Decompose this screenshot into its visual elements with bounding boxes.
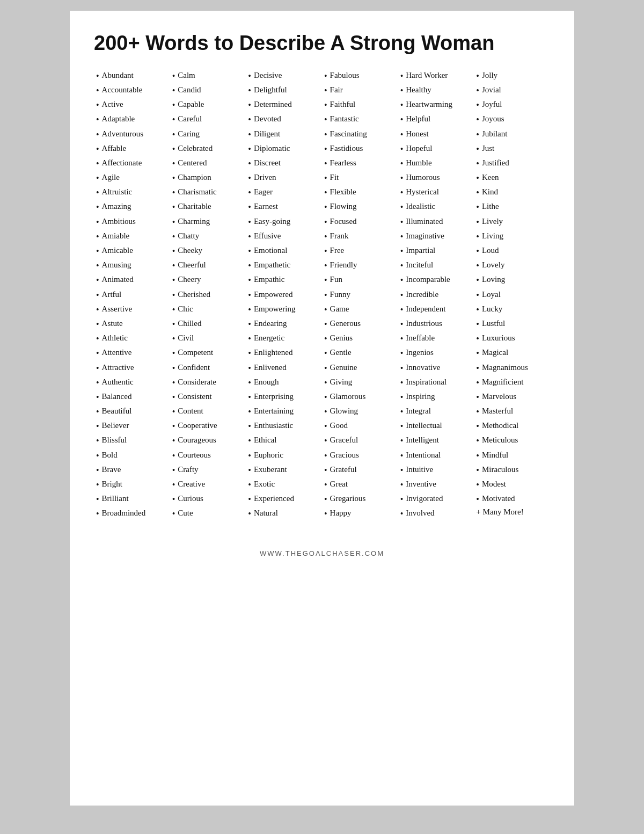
bullet-icon: • bbox=[476, 259, 479, 272]
bullet-icon: • bbox=[172, 245, 175, 257]
word-label: Masterful bbox=[482, 405, 513, 417]
bullet-icon: • bbox=[172, 289, 175, 301]
bullet-icon: • bbox=[400, 376, 404, 389]
list-item: •Devoted bbox=[248, 113, 320, 126]
bullet-icon: • bbox=[248, 405, 251, 418]
bullet-icon: • bbox=[172, 434, 175, 447]
column-3: •Decisive•Delightful•Determined•Devoted•… bbox=[246, 70, 322, 523]
bullet-icon: • bbox=[248, 274, 251, 286]
bullet-icon: • bbox=[400, 84, 404, 97]
word-label: Amiable bbox=[102, 230, 130, 242]
word-label: Energetic bbox=[254, 332, 284, 344]
word-label: Confident bbox=[178, 362, 210, 374]
word-label: Focused bbox=[330, 216, 357, 228]
word-label: Agile bbox=[102, 172, 120, 184]
bullet-icon: • bbox=[324, 157, 327, 170]
list-item: •Empathetic bbox=[248, 259, 320, 272]
bullet-icon: • bbox=[476, 420, 479, 432]
list-item: •Glowing bbox=[324, 405, 396, 418]
list-item: •Integral bbox=[400, 405, 472, 418]
word-label: Helpful bbox=[406, 113, 430, 125]
list-item: •Mindful bbox=[476, 449, 548, 462]
list-item: •Cute bbox=[172, 507, 244, 520]
bullet-icon: • bbox=[476, 113, 479, 126]
list-item: •Magnanimous bbox=[476, 362, 548, 374]
list-item: •Fearless bbox=[324, 157, 396, 170]
bullet-icon: • bbox=[324, 303, 327, 316]
list-item: •Diplomatic bbox=[248, 143, 320, 155]
bullet-icon: • bbox=[400, 332, 404, 345]
bullet-icon: • bbox=[96, 259, 99, 272]
word-label: Motivated bbox=[482, 493, 515, 505]
bullet-icon: • bbox=[248, 128, 251, 141]
bullet-icon: • bbox=[248, 113, 251, 126]
bullet-icon: • bbox=[324, 274, 327, 286]
list-item: •Good bbox=[324, 420, 396, 432]
word-label: Courteous bbox=[178, 449, 211, 461]
list-item: •Entertaining bbox=[248, 405, 320, 418]
list-item: •Fair bbox=[324, 84, 396, 97]
word-label: Funny bbox=[330, 289, 350, 301]
list-item: •Decisive bbox=[248, 70, 320, 82]
word-label: Fun bbox=[330, 274, 342, 286]
bullet-icon: • bbox=[324, 172, 327, 184]
word-label: Faithful bbox=[330, 99, 356, 111]
list-item: •Blissful bbox=[96, 434, 168, 447]
list-item: •Authentic bbox=[96, 376, 168, 389]
bullet-icon: • bbox=[96, 493, 99, 505]
word-label: Cheerful bbox=[178, 259, 206, 271]
word-label: Celebrated bbox=[178, 143, 213, 155]
word-label: Capable bbox=[178, 99, 204, 111]
bullet-icon: • bbox=[400, 405, 404, 418]
bullet-icon: • bbox=[476, 434, 479, 447]
bullet-icon: • bbox=[476, 347, 479, 359]
list-item: •Gregarious bbox=[324, 493, 396, 505]
word-label: Jolly bbox=[482, 70, 497, 82]
word-label: Glamorous bbox=[330, 391, 366, 403]
word-label: Lithe bbox=[482, 201, 499, 213]
word-label: Impartial bbox=[406, 245, 435, 257]
word-label: Diplomatic bbox=[254, 143, 290, 155]
word-label: Devoted bbox=[254, 113, 281, 125]
list-item: •Motivated bbox=[476, 493, 548, 505]
word-label: Artful bbox=[102, 289, 122, 301]
bullet-icon: • bbox=[172, 478, 175, 491]
word-label: Astute bbox=[102, 318, 123, 330]
bullet-icon: • bbox=[248, 172, 251, 184]
word-label: Exotic bbox=[254, 478, 275, 490]
word-label: Authentic bbox=[102, 376, 134, 388]
bullet-icon: • bbox=[172, 464, 175, 476]
bullet-icon: • bbox=[248, 464, 251, 476]
word-label: Earnest bbox=[254, 201, 278, 213]
list-item: •Determined bbox=[248, 99, 320, 111]
bullet-icon: • bbox=[400, 303, 404, 316]
word-label: Ineffable bbox=[406, 332, 435, 344]
bullet-icon: • bbox=[476, 84, 479, 97]
list-item: •Faithful bbox=[324, 99, 396, 111]
list-item: •Amusing bbox=[96, 259, 168, 272]
list-item: •Delightful bbox=[248, 84, 320, 97]
word-label: Methodical bbox=[482, 420, 518, 432]
word-label: Active bbox=[102, 99, 123, 111]
word-label: Cheeky bbox=[178, 245, 202, 257]
bullet-icon: • bbox=[172, 128, 175, 141]
list-item: •Friendly bbox=[324, 259, 396, 272]
word-label: Marvelous bbox=[482, 391, 516, 403]
word-label: Crafty bbox=[178, 464, 198, 476]
word-label: Free bbox=[330, 245, 345, 257]
bullet-icon: • bbox=[400, 113, 404, 126]
bullet-icon: • bbox=[400, 434, 404, 447]
list-item: •Capable bbox=[172, 99, 244, 111]
bullet-icon: • bbox=[400, 464, 404, 476]
word-label: Adaptable bbox=[102, 113, 135, 125]
list-item: •Exuberant bbox=[248, 464, 320, 476]
word-label: Adventurous bbox=[102, 128, 144, 140]
list-item: •Kind bbox=[476, 186, 548, 199]
bullet-icon: • bbox=[96, 376, 99, 389]
bullet-icon: • bbox=[400, 507, 404, 520]
bullet-icon: • bbox=[476, 274, 479, 286]
word-label: Empowered bbox=[254, 289, 292, 301]
word-label: Fantastic bbox=[330, 113, 359, 125]
word-label: Civil bbox=[178, 332, 194, 344]
word-label: Lovely bbox=[482, 259, 505, 271]
